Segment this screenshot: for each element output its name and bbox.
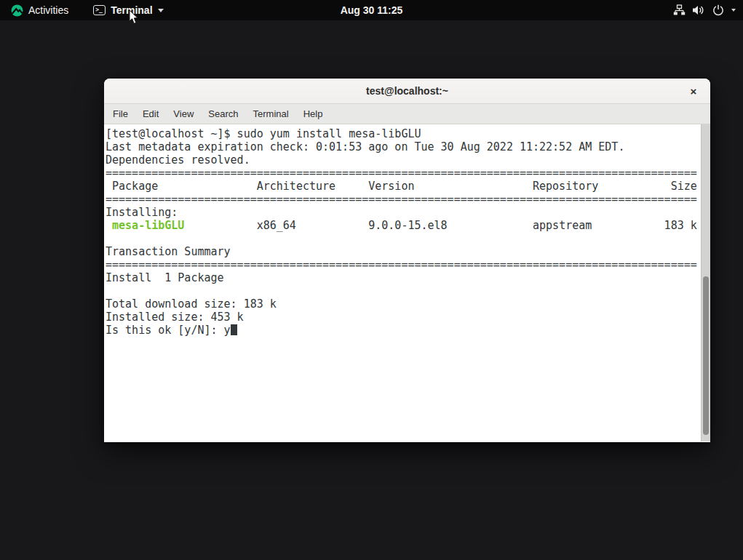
terminal-cursor [231, 324, 237, 335]
close-button[interactable]: × [684, 79, 703, 104]
top-bar: Activities >_ Terminal Aug 30 11:25 [0, 0, 743, 20]
terminal-line: Install 1 Package [106, 271, 701, 284]
terminal-line: Last metadata expiration check: 0:01:53 … [106, 140, 701, 153]
chevron-down-icon [158, 9, 164, 12]
terminal-line: ========================================… [106, 193, 701, 206]
menu-terminal[interactable]: Terminal [246, 105, 296, 122]
terminal-line: Installed size: 453 k [106, 311, 701, 324]
terminal-line: mesa-libGLU x86_64 9.0.0-15.el8 appstrea… [106, 219, 701, 232]
clock-label: Aug 30 11:25 [341, 4, 403, 16]
network-wired-icon [672, 4, 686, 17]
terminal-line: Total download size: 183 k [106, 297, 701, 311]
terminal-window: test@localhost:~ × File Edit View Search… [104, 79, 710, 442]
activities-label: Activities [28, 4, 68, 16]
chevron-down-icon [731, 9, 736, 12]
terminal-line [106, 232, 701, 245]
window-titlebar[interactable]: test@localhost:~ × [104, 79, 710, 104]
terminal-app-icon: >_ [93, 5, 106, 15]
terminal-content[interactable]: [test@localhost ~]$ sudo yum install mes… [104, 124, 710, 441]
window-title: test@localhost:~ [366, 85, 448, 97]
menu-file[interactable]: File [106, 105, 135, 122]
app-menu-label: Terminal [111, 4, 152, 16]
scrollbar-thumb[interactable] [703, 276, 709, 435]
app-menu-terminal[interactable]: >_ Terminal [89, 3, 167, 17]
terminal-line [106, 284, 701, 297]
menu-search[interactable]: Search [201, 105, 245, 122]
terminal-line: ========================================… [106, 167, 701, 180]
system-status-area[interactable] [672, 0, 739, 20]
terminal-line: Installing: [106, 206, 701, 219]
terminal-line: Dependencies resolved. [106, 153, 701, 167]
menu-view[interactable]: View [166, 105, 201, 122]
terminal-line: Transaction Summary [106, 245, 701, 258]
power-icon [712, 4, 725, 17]
menu-edit[interactable]: Edit [135, 105, 166, 122]
rocky-linux-logo-icon [10, 4, 23, 17]
volume-icon [692, 4, 705, 17]
terminal-line: [test@localhost ~]$ sudo yum install mes… [106, 127, 701, 140]
terminal-line: Is this ok [y/N]: y [106, 324, 701, 337]
scrollbar[interactable] [701, 124, 710, 441]
clock-button[interactable]: Aug 30 11:25 [333, 0, 410, 20]
menu-help[interactable]: Help [296, 105, 330, 122]
terminal-text: [test@localhost ~]$ sudo yum install mes… [106, 127, 701, 337]
terminal-line: Package Architecture Version Repository … [106, 180, 701, 193]
menu-bar: File Edit View Search Terminal Help [104, 104, 710, 124]
activities-button[interactable]: Activities [6, 2, 73, 18]
terminal-line: ========================================… [106, 258, 701, 271]
